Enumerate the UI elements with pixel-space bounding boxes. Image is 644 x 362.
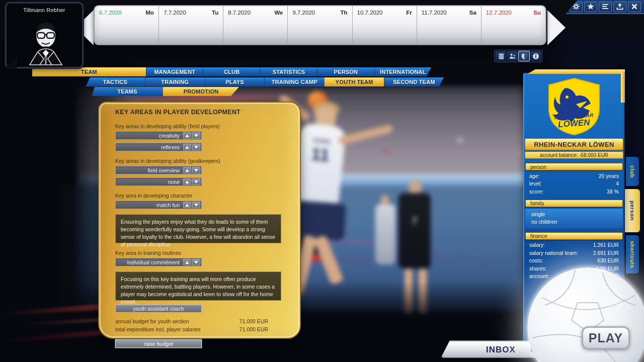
favorites-star-icon[interactable] [584, 2, 597, 12]
calendar-day[interactable]: 10.7.2020 Fr [353, 6, 417, 44]
spinner-down-button[interactable] [192, 202, 200, 208]
side-tab-person[interactable]: person [625, 189, 640, 232]
day-date: 10.7.2020 [357, 10, 383, 16]
subtab-promotion[interactable]: PROMOTION [163, 87, 239, 96]
spinner-up-button[interactable] [183, 144, 191, 150]
row-label: costs: [529, 257, 543, 263]
info-row: costs: 630 EUR [523, 257, 625, 265]
field-players-primary-select[interactable]: creativity [115, 131, 202, 140]
row-label: salary: [529, 242, 545, 248]
tab-statistics[interactable]: STATISTICS [260, 67, 317, 76]
info-row: level: 4 [523, 180, 625, 188]
spinner-down-button[interactable] [192, 167, 200, 173]
close-icon[interactable] [628, 2, 641, 12]
field-players-secondary-select[interactable]: reflexes [115, 143, 202, 151]
up-arrow-icon [185, 204, 189, 207]
calendar-day[interactable]: 11.7.2020 Sa [417, 6, 481, 44]
spinner-up-button[interactable] [183, 259, 191, 265]
account-balance: account balance: -58.000 EUR [525, 151, 623, 159]
row-label: age: [529, 173, 539, 179]
inbox-label: INBOX [486, 345, 516, 355]
day-date: 11.7.2020 [422, 10, 447, 16]
day-weekday: Su [533, 10, 541, 16]
day-date: 6.7.2020 [99, 10, 122, 16]
menu-lines-icon[interactable] [599, 2, 612, 12]
row-value: 20 years [599, 173, 619, 179]
calendar-day[interactable]: 12.7.2020 Su [481, 6, 545, 44]
budget-label: annual budget for youth section [115, 317, 189, 325]
family-line: no children [525, 218, 623, 226]
row-label: level: [529, 180, 542, 187]
subtab-training[interactable]: TRAINING [145, 77, 205, 86]
calendar-day[interactable]: 9.7.2020 Th [288, 6, 352, 44]
spinner-up-button[interactable] [183, 132, 191, 139]
tab-club[interactable]: CLUB [203, 67, 260, 76]
day-date: 7.7.2020 [164, 10, 186, 16]
select-value: Individual commitment [116, 259, 183, 265]
subtab-youth-team[interactable]: YOUTH TEAM [324, 77, 384, 86]
calendar-day[interactable]: 7.7.2020 Tu [159, 6, 223, 44]
budget-value: 71.000 EUR [239, 317, 268, 325]
panel-title: KEY AREAS IN PLAYER DEVELOPMENT [115, 109, 300, 116]
down-arrow-icon [194, 180, 198, 184]
goalkeepers-secondary-select[interactable]: none [115, 177, 202, 186]
select-value: reflexes [116, 144, 183, 150]
character-label: Key area in developing character [115, 193, 300, 199]
goalkeepers-label: Key areas in developing ability (goalkee… [115, 158, 300, 164]
play-button[interactable]: PLAY [582, 326, 630, 349]
spinner-down-button[interactable] [192, 259, 200, 265]
tab-management[interactable]: MANAGEMENT [146, 67, 203, 76]
tab-team[interactable]: TEAM [32, 67, 146, 76]
privacy-shield-icon[interactable] [519, 51, 529, 61]
subtab-training-camp[interactable]: TRAINING CAMP [264, 77, 324, 86]
manager-portrait-panel[interactable]: Tillmann Rebher [5, 2, 84, 68]
spinner-down-button[interactable] [192, 178, 200, 185]
spinner-up-button[interactable] [183, 178, 191, 185]
up-arrow-icon [185, 261, 189, 264]
info-row: age: 20 years [523, 172, 625, 180]
up-arrow-icon [185, 169, 189, 172]
raise-budget-button[interactable]: raise budget [115, 339, 202, 348]
tab-person[interactable]: PERSON [317, 67, 374, 76]
day-date: 9.7.2020 [292, 10, 315, 16]
finance-section-header: finance [525, 232, 623, 240]
calendar-next-arrow[interactable] [547, 10, 566, 45]
subtab-teams[interactable]: TEAMS [92, 87, 163, 96]
character-select[interactable]: match fun [115, 201, 202, 209]
row-value: 630 EUR [597, 257, 619, 263]
spinner-up-button[interactable] [183, 167, 191, 173]
budget-row: total expenditure incl. player salaries … [115, 325, 268, 333]
notes-icon[interactable] [496, 51, 506, 61]
spinner-up-button[interactable] [183, 202, 191, 208]
info-icon[interactable] [530, 51, 541, 61]
character-description: Ensuring the players enjoy what they do … [115, 214, 281, 243]
side-tab-club[interactable]: club [626, 157, 639, 186]
training-routines-select[interactable]: Individual commitment [115, 258, 202, 266]
club-badge: RHEIN-NECKAR LÖWEN [523, 73, 625, 136]
select-value: match fun [116, 202, 183, 208]
settings-gear-icon[interactable] [570, 2, 583, 12]
panel-gold-trim [527, 69, 625, 74]
up-arrow-icon [185, 146, 189, 149]
staff-icon[interactable] [507, 51, 518, 61]
goalkeepers-primary-select[interactable]: field overview [115, 166, 202, 174]
calendar-day[interactable]: 8.7.2020 We [223, 6, 288, 44]
calendar-day[interactable]: 6.7.2020 Mo [95, 6, 159, 44]
panel-gold-trim [621, 70, 625, 103]
tab-international[interactable]: INTERNATIONAL [374, 67, 431, 76]
budget-value: 71.000 EUR [239, 325, 268, 333]
export-tray-icon[interactable] [613, 2, 626, 12]
day-date: 12.7.2020 [486, 10, 512, 16]
window-controls [566, 0, 644, 14]
subtab-second-team[interactable]: SECOND TEAM [384, 77, 444, 86]
spinner-down-button[interactable] [192, 144, 200, 150]
secondary-tabs: TACTICS TRAINING PLAYS TRAINING CAMP YOU… [86, 77, 444, 86]
youth-assistant-coach-button[interactable]: youth assistant coach [115, 305, 202, 313]
spinner-down-button[interactable] [192, 132, 200, 139]
person-section-header: person [525, 163, 623, 170]
subtab-plays[interactable]: PLAYS [205, 77, 265, 86]
up-arrow-icon [185, 180, 189, 184]
subtab-tactics[interactable]: TACTICS [86, 77, 145, 86]
down-arrow-icon [194, 146, 198, 149]
select-value: none [116, 179, 183, 185]
